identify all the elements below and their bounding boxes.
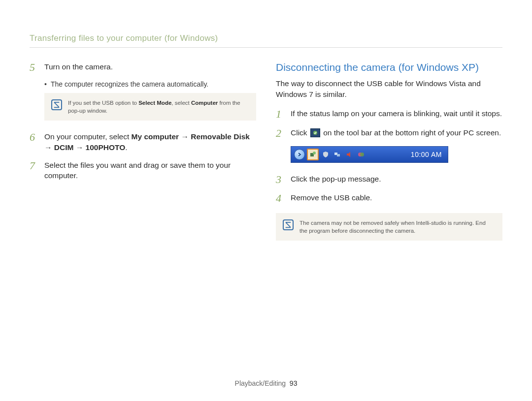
step-text: Turn on the camera. <box>44 62 256 73</box>
step-5: 5 Turn on the camera. <box>30 62 256 73</box>
step-1: 1 If the status lamp on your camera is b… <box>276 108 502 120</box>
step-number: 2 <box>276 127 285 139</box>
step-number: 7 <box>30 160 38 181</box>
windows-taskbar: 10:00 AM <box>291 146 448 163</box>
step-2: 2 Click on the tool bar at the bottom ri… <box>276 127 502 139</box>
note-text: The camera may not be removed safely whe… <box>299 219 495 235</box>
step-3: 3 Click the pop-up message. <box>276 174 502 185</box>
step-4: 4 Remove the USB cable. <box>276 192 502 204</box>
svg-rect-4 <box>337 154 340 156</box>
step-text: Click on the tool bar at the bottom righ… <box>291 127 502 139</box>
page-running-header: Transferring files to your computer (for… <box>30 33 502 48</box>
taskbar-clock: 10:00 AM <box>411 151 442 158</box>
step2-before: Click <box>291 128 309 137</box>
taskbar-safely-remove-icon <box>307 149 319 160</box>
note-text: If you set the USB option to Select Mode… <box>68 99 248 115</box>
section-heading: Disconnecting the camera (for Windows XP… <box>276 62 502 73</box>
footer-section: Playback/Editing <box>235 379 286 387</box>
note-icon <box>51 99 62 110</box>
step-text: On your computer, select My computer → R… <box>44 131 256 153</box>
taskbar-app-icon <box>356 150 366 159</box>
safely-remove-hardware-icon <box>310 128 320 137</box>
footer-page-number: 93 <box>290 379 298 387</box>
right-column: Disconnecting the camera (for Windows XP… <box>276 62 502 251</box>
step-number: 5 <box>30 62 38 73</box>
step-number: 3 <box>276 174 285 185</box>
step2-after: on the tool bar at the bottom right of y… <box>323 128 501 137</box>
content-columns: 5 Turn on the camera. The computer recog… <box>30 62 502 251</box>
sub-bullet-text: The computer recognizes the camera autom… <box>51 80 208 88</box>
page-footer: Playback/Editing 93 <box>0 379 532 387</box>
section-intro: The way to disconnect the USB cable for … <box>276 78 502 99</box>
step-text: If the status lamp on your camera is bli… <box>291 108 502 120</box>
step-number: 6 <box>30 131 38 153</box>
step-text: Select the files you want and drag or sa… <box>44 160 256 181</box>
taskbar-illustration: 10:00 AM <box>291 146 502 163</box>
step-number: 1 <box>276 108 285 120</box>
taskbar-expand-icon <box>294 149 305 160</box>
note-box-right: The camera may not be removed safely whe… <box>276 213 502 241</box>
step-7: 7 Select the files you want and drag or … <box>30 160 256 181</box>
step-6: 6 On your computer, select My computer →… <box>30 131 256 153</box>
note-icon <box>283 219 294 230</box>
taskbar-network-icon <box>332 150 342 159</box>
svg-point-2 <box>313 152 316 154</box>
note-box-left: If you set the USB option to Select Mode… <box>44 93 256 121</box>
left-column: 5 Turn on the camera. The computer recog… <box>30 62 256 251</box>
step-text: Remove the USB cable. <box>291 192 502 204</box>
taskbar-shield-icon <box>321 150 331 159</box>
taskbar-volume-icon <box>344 150 354 159</box>
step-number: 4 <box>276 192 285 204</box>
sub-bullet: The computer recognizes the camera autom… <box>44 80 256 88</box>
step-text: Click the pop-up message. <box>291 174 502 185</box>
svg-point-6 <box>360 153 364 156</box>
